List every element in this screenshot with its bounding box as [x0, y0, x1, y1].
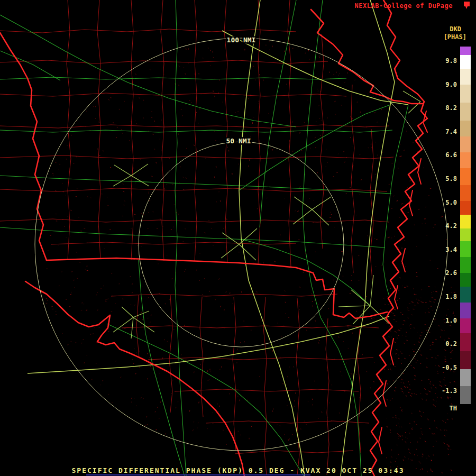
- colorbar-tick: 1.0: [432, 317, 457, 324]
- radar-map: 100 NMI 50 NMI: [0, 0, 476, 476]
- colorbar-segment: [460, 85, 471, 103]
- colorbar-segment: [460, 318, 471, 333]
- colorbar-segment: [460, 168, 471, 185]
- colorbar-tick: 9.8: [432, 57, 457, 65]
- colorbar-tick: 5.0: [432, 199, 457, 206]
- colorbar-segment: [460, 69, 471, 85]
- range-ring-label-100: 100 NMI: [227, 36, 256, 44]
- range-ring-50nmi: [139, 142, 344, 347]
- product-code: DKD: [450, 25, 461, 33]
- colorbar-threshold-label: TH: [432, 405, 457, 412]
- colorbar-tick: -0.5: [432, 364, 457, 371]
- range-ring-100nmi: [35, 38, 447, 451]
- colorbar-segment: [460, 273, 471, 287]
- colorbar-tick: 1.8: [432, 293, 457, 300]
- colorbar-tick: 7.4: [432, 128, 457, 135]
- colorbar-segment: [460, 136, 471, 152]
- colorbar: [460, 47, 471, 404]
- colorbar-segment: [460, 241, 471, 257]
- radar-display: 100 NMI 50 NMI NEXLAB-College of DuPage …: [0, 0, 476, 476]
- colorbar-segment: [460, 303, 471, 318]
- caption-underline: [86, 474, 310, 475]
- colorbar-tick: 4.2: [432, 222, 457, 230]
- colorbar-segment: [460, 333, 471, 351]
- colorbar-segment: [460, 152, 471, 168]
- colorbar-segment: [460, 215, 471, 228]
- colorbar-tick: 9.0: [432, 81, 457, 88]
- colorbar-tick: 0.2: [432, 340, 457, 347]
- colorbar-segment: [460, 185, 471, 201]
- colorbar-segment: [460, 228, 471, 241]
- colorbar-segment: [460, 201, 471, 215]
- brand-text: NEXLAB-College of DuPage: [355, 2, 453, 10]
- colorbar-tick: 5.8: [432, 175, 457, 182]
- colorbar-segment: [460, 121, 471, 136]
- product-tag: [PHAS]: [444, 33, 466, 41]
- colorbar-segment: [460, 386, 471, 404]
- kdp-speckles: [39, 39, 455, 473]
- colorbar-segment: [460, 55, 471, 69]
- roads-layer: [0, 0, 408, 476]
- colorbar-segment: [460, 257, 471, 273]
- product-caption: SPECIFIC DIFFERENTIAL PHASE (KDP) 0.5 DE…: [0, 466, 476, 474]
- range-ring-label-50: 50 NMI: [226, 137, 251, 145]
- colorbar-segment: [460, 351, 471, 369]
- colorbar-tick: 2.6: [432, 269, 457, 277]
- colorbar-segment: [460, 369, 471, 386]
- colorbar-tick: 6.6: [432, 151, 457, 159]
- colorbar-tick: 3.4: [432, 246, 457, 253]
- colorbar-tick: 8.2: [432, 104, 457, 112]
- colorbar-tick: -1.3: [432, 387, 457, 395]
- colorbar-segment: [460, 47, 471, 55]
- colorbar-segment: [460, 287, 471, 303]
- cod-logo-icon: [462, 1, 471, 10]
- colorbar-segment: [460, 103, 471, 121]
